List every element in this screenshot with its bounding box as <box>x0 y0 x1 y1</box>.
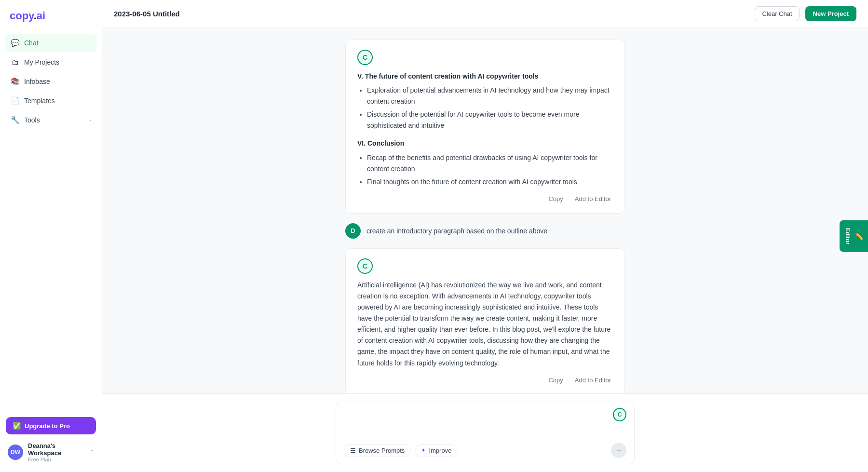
ai-message-2-content: Artificial intelligence (AI) has revolut… <box>357 280 613 369</box>
sidebar-bottom: ✅ Upgrade to Pro DW Deanna's Workspace F… <box>0 409 102 472</box>
sidebar-item-chat-label: Chat <box>24 39 39 47</box>
topbar-actions: Clear Chat New Project <box>755 6 856 21</box>
sidebar-item-tools[interactable]: 🔧 Tools › <box>5 111 97 129</box>
editor-tab[interactable]: ✏️ Editor <box>840 220 868 252</box>
sidebar-item-my-projects[interactable]: 🗂 My Projects <box>5 53 97 71</box>
app-logo: copy.ai <box>10 10 92 22</box>
chat-area[interactable]: C V. The future of content creation with… <box>102 28 868 393</box>
chat-icon: 💬 <box>11 39 19 47</box>
main-area: 2023-06-05 Untitled Clear Chat New Proje… <box>102 0 868 472</box>
improve-sparkle-icon: ✦ <box>421 447 426 454</box>
user-message-text: create an introductory paragraph based o… <box>366 223 547 236</box>
tools-icon: 🔧 <box>11 116 19 124</box>
section-vi-bullets: Recap of the benefits and potential draw… <box>357 152 613 188</box>
browse-prompts-label: Browse Prompts <box>359 447 405 454</box>
sidebar-item-templates-label: Templates <box>24 97 55 105</box>
upgrade-to-pro-button[interactable]: ✅ Upgrade to Pro <box>6 417 96 434</box>
copy-ai-chat-indicator: C <box>613 408 626 421</box>
workspace-name: Deanna's Workspace <box>28 442 84 457</box>
browse-prompts-icon: ☰ <box>350 447 356 454</box>
chat-input-container: C ☰ Browse Prompts ✦ Improve → <box>336 402 635 464</box>
ai-message-1: C V. The future of content creation with… <box>345 40 625 214</box>
sidebar-item-infobase[interactable]: 📚 Infobase <box>5 72 97 91</box>
topbar: 2023-06-05 Untitled Clear Chat New Proje… <box>102 0 868 28</box>
sidebar-nav: 💬 Chat 🗂 My Projects 📚 Infobase 📄 Templa… <box>0 34 102 409</box>
infobase-icon: 📚 <box>11 77 19 86</box>
ai-message-2-actions: Copy Add to Editor <box>357 376 613 385</box>
copy-button-1[interactable]: Copy <box>546 194 565 203</box>
input-actions: ☰ Browse Prompts ✦ Improve → <box>344 443 626 458</box>
section-vi-bullet-1: Recap of the benefits and potential draw… <box>367 152 613 175</box>
workspace-info: Deanna's Workspace Free Plan <box>28 442 84 462</box>
ai-avatar-1: C <box>357 50 373 65</box>
sidebar: copy.ai 💬 Chat 🗂 My Projects 📚 Infobase … <box>0 0 102 472</box>
chat-input[interactable] <box>344 426 626 438</box>
tools-arrow-icon: › <box>89 117 91 123</box>
sidebar-item-infobase-label: Infobase <box>24 78 50 85</box>
new-project-button[interactable]: New Project <box>805 6 856 21</box>
editor-tab-icon: ✏️ <box>855 232 863 240</box>
chat-container: C V. The future of content creation with… <box>336 40 635 393</box>
section-vi-bullet-2: Final thoughts on the future of content … <box>367 176 613 188</box>
workspace-plan: Free Plan <box>28 457 84 462</box>
copy-button-2[interactable]: Copy <box>546 376 565 385</box>
sidebar-item-tools-label: Tools <box>24 116 40 124</box>
ai-message-1-content: V. The future of content creation with A… <box>357 71 613 188</box>
ai-message-2: C Artificial intelligence (AI) has revol… <box>345 248 625 393</box>
improve-button[interactable]: ✦ Improve <box>415 444 458 457</box>
editor-tab-label: Editor <box>844 228 851 244</box>
input-area: C ☰ Browse Prompts ✦ Improve → <box>102 393 868 472</box>
sidebar-item-templates[interactable]: 📄 Templates <box>5 92 97 110</box>
user-avatar: D <box>345 223 361 239</box>
ai-avatar-2: C <box>357 258 373 274</box>
section-v-bullet-2: Discussion of the potential for AI copyw… <box>367 109 613 131</box>
section-v-title: V. The future of content creation with A… <box>357 71 613 82</box>
send-button[interactable]: → <box>611 443 626 458</box>
ai-message-1-actions: Copy Add to Editor <box>357 194 613 203</box>
project-title: 2023-06-05 Untitled <box>114 10 180 18</box>
templates-icon: 📄 <box>11 96 19 105</box>
logo-area: copy.ai <box>0 0 102 34</box>
send-icon: → <box>615 446 622 454</box>
upgrade-label: Upgrade to Pro <box>25 422 70 430</box>
add-to-editor-button-2[interactable]: Add to Editor <box>573 376 613 385</box>
section-v-bullet-1: Exploration of potential advancements in… <box>367 85 613 107</box>
sidebar-item-projects-label: My Projects <box>24 58 59 66</box>
section-v-bullets: Exploration of potential advancements in… <box>357 85 613 131</box>
workspace-avatar: DW <box>8 445 23 460</box>
logo-suffix: ai <box>37 10 45 22</box>
projects-icon: 🗂 <box>11 58 19 67</box>
add-to-editor-button-1[interactable]: Add to Editor <box>573 194 613 203</box>
sidebar-item-chat[interactable]: 💬 Chat <box>5 34 97 52</box>
upgrade-icon: ✅ <box>13 422 21 430</box>
improve-label: Improve <box>429 447 451 454</box>
workspace-selector[interactable]: DW Deanna's Workspace Free Plan ⌃ <box>6 440 96 464</box>
workspace-chevron-icon: ⌃ <box>89 449 94 456</box>
user-message-1: D create an introductory paragraph based… <box>345 223 625 239</box>
logo-prefix: copy <box>10 10 34 22</box>
browse-prompts-button[interactable]: ☰ Browse Prompts <box>344 444 411 457</box>
clear-chat-button[interactable]: Clear Chat <box>755 6 799 21</box>
section-vi-title: VI. Conclusion <box>357 138 613 149</box>
